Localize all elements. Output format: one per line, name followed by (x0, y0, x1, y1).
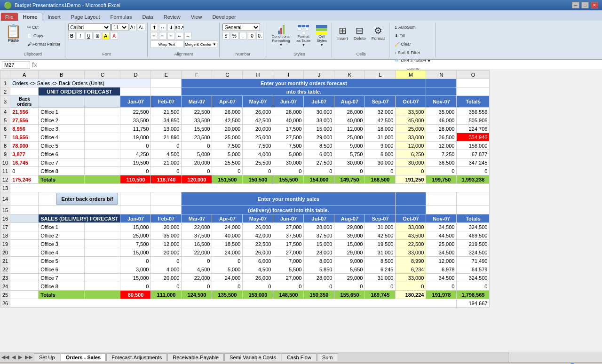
row-header-2[interactable]: 2 (0, 87, 10, 96)
tab-setup[interactable]: Set Up (34, 353, 60, 361)
cell-o15[interactable] (457, 206, 490, 214)
cell-n15[interactable] (426, 206, 457, 214)
tab-nav-back[interactable]: ◀ (10, 354, 17, 360)
cell-g17[interactable]: 24,000 (212, 223, 243, 231)
row-header-3[interactable]: 3 (0, 96, 10, 108)
cell-f4[interactable]: 22,500 (182, 108, 212, 116)
cell-l19[interactable]: 19,500 (365, 240, 396, 248)
cell-c10[interactable] (85, 158, 120, 167)
cell-e10[interactable]: 21,000 (151, 158, 182, 167)
close-button[interactable]: ✕ (591, 2, 598, 8)
decrease-font-button[interactable]: A↓ (138, 24, 145, 31)
cell-e3[interactable]: Feb-07 (151, 96, 182, 108)
cell-m18[interactable]: 43,500 (396, 231, 426, 240)
cell-m15[interactable] (396, 206, 426, 214)
cell-k11[interactable]: 0 (334, 167, 365, 175)
cell-c9[interactable] (85, 150, 120, 158)
cell-m25[interactable]: 180,224 (396, 291, 426, 299)
cell-g7[interactable]: 25,000 (212, 133, 243, 142)
row-header-23[interactable]: 23 (0, 274, 10, 282)
cell-k20[interactable]: 29,000 (334, 248, 365, 257)
cell-m6[interactable]: 25,000 (396, 125, 426, 133)
cell-n11[interactable]: 0 (426, 167, 457, 175)
cell-l18[interactable]: 42,500 (365, 231, 396, 240)
cell-e17[interactable]: 20,000 (151, 223, 182, 231)
cell-a4[interactable]: 21,556 (10, 108, 39, 116)
col-header-g[interactable]: G (212, 71, 243, 79)
cell-i5[interactable]: 40,000 (273, 116, 304, 125)
cell-l24[interactable]: 0 (365, 282, 396, 291)
cell-b23[interactable]: Office 7 (39, 274, 85, 282)
row-header-15[interactable]: 15 (0, 206, 10, 214)
cell-b3[interactable] (39, 96, 85, 108)
cell-i23[interactable]: 27,000 (273, 274, 304, 282)
cell-a8[interactable]: 78,000 (10, 142, 39, 150)
cell-j21[interactable]: 8,000 (304, 257, 334, 265)
cell-e19[interactable]: 12,000 (151, 240, 182, 248)
cell-i25[interactable]: 148,500 (273, 291, 304, 299)
cell-a25[interactable] (10, 291, 39, 299)
row-header-12[interactable]: 12 (0, 175, 10, 184)
cell-f8[interactable]: 0 (182, 142, 212, 150)
merge-center-button[interactable]: Merge & Center ▼ (184, 40, 217, 48)
cell-k10[interactable]: 30,000 (334, 158, 365, 167)
cell-j19[interactable]: 15,000 (304, 240, 334, 248)
cell-e24[interactable]: 0 (151, 282, 182, 291)
cell-c18[interactable] (85, 231, 120, 240)
cell-l25[interactable]: 169,745 (365, 291, 396, 299)
tab-review[interactable]: Review (158, 13, 186, 21)
cell-b2[interactable]: UNIT ORDERS FORECAST (39, 87, 120, 96)
cell-j7[interactable]: 29,000 (304, 133, 334, 142)
col-header-l[interactable]: L (365, 71, 396, 79)
tab-receivable-payable[interactable]: Receivable-Payable (167, 353, 224, 361)
sort-filter-button[interactable]: ↕ Sort & Filter (392, 49, 422, 56)
cell-c21[interactable] (85, 257, 120, 265)
cell-b7[interactable]: Office 4 (39, 133, 85, 142)
cell-f2[interactable]: into this table. (182, 87, 426, 96)
cell-o14[interactable] (457, 192, 490, 206)
cell-j8[interactable]: 8,500 (304, 142, 334, 150)
cell-j17[interactable]: 28,000 (304, 223, 334, 231)
cell-o21[interactable]: 71,490 (457, 257, 490, 265)
cell-f18[interactable]: 37,500 (182, 231, 212, 240)
cell-o2[interactable] (457, 87, 490, 96)
cell-c19[interactable] (85, 240, 120, 248)
cell-a24[interactable] (10, 282, 39, 291)
cell-i22[interactable]: 5,500 (273, 265, 304, 274)
cell-e1[interactable] (151, 79, 182, 87)
cell-m19[interactable]: 22,500 (396, 240, 426, 248)
cell-f20[interactable]: 22,000 (182, 248, 212, 257)
cell-m3[interactable]: Oct-07 (396, 96, 426, 108)
autosum-button[interactable]: Σ AutoSum (392, 24, 418, 31)
cell-f15[interactable]: (delivery) forecast into this table. (182, 206, 396, 214)
cell-m12[interactable]: 191,250 (396, 175, 426, 184)
cell-n8[interactable]: 12,000 (426, 142, 457, 150)
cell-i17[interactable]: 27,000 (273, 223, 304, 231)
cell-d20[interactable]: 15,000 (120, 248, 151, 257)
cell-g8[interactable]: 7,500 (212, 142, 243, 150)
cell-e14[interactable] (151, 192, 182, 206)
cell-f25[interactable]: 124,500 (182, 291, 212, 299)
cell-a16[interactable] (10, 214, 39, 223)
row-header-13[interactable]: 13 (0, 184, 10, 192)
cell-d21[interactable]: 0 (120, 257, 151, 265)
cell-o19[interactable]: 219,500 (457, 240, 490, 248)
cell-b21[interactable]: Office 5 (39, 257, 85, 265)
cell-l5[interactable]: 42,500 (365, 116, 396, 125)
cell-h18[interactable]: 42,000 (243, 231, 273, 240)
cell-d24[interactable]: 0 (120, 282, 151, 291)
cell-o5[interactable]: 505,906 (457, 116, 490, 125)
currency-button[interactable]: $ (222, 32, 230, 40)
cell-a2[interactable] (10, 87, 39, 96)
cell-j25[interactable]: 150,350 (304, 291, 334, 299)
italic-button[interactable]: I (77, 32, 84, 40)
cell-b8[interactable]: Office 5 (39, 142, 85, 150)
cell-j11[interactable]: 0 (304, 167, 334, 175)
cell-j3[interactable]: Jul-07 (304, 96, 334, 108)
cell-k8[interactable]: 9,000 (334, 142, 365, 150)
cell-a18[interactable] (10, 231, 39, 240)
cell-h7[interactable]: 25,000 (243, 133, 273, 142)
cell-f17[interactable]: 22,000 (182, 223, 212, 231)
cell-c20[interactable] (85, 248, 120, 257)
cell-d17[interactable]: 15,000 (120, 223, 151, 231)
